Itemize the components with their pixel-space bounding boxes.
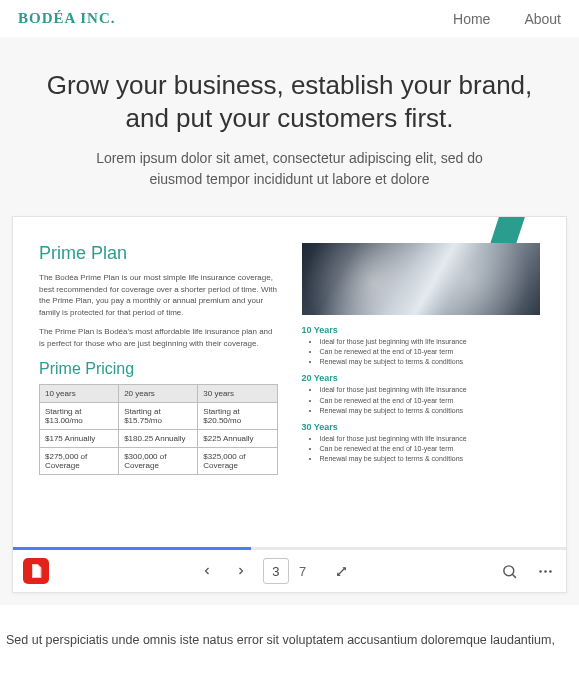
page-body-text: Sed ut perspiciatis unde omnis iste natu… <box>0 605 579 650</box>
doc-left-column: Prime Plan The Bodéa Prime Plan is our m… <box>39 243 278 517</box>
adobe-pdf-icon[interactable] <box>23 558 49 584</box>
term-item: Ideal for those just beginning with life… <box>320 337 541 347</box>
pricing-heading: Prime Pricing <box>39 360 278 378</box>
nav-about[interactable]: About <box>524 11 561 27</box>
svg-line-0 <box>337 567 345 575</box>
svg-line-2 <box>512 574 516 578</box>
plan-paragraph-2: The Prime Plan is Bodéa's most affordabl… <box>39 326 278 349</box>
nav-home[interactable]: Home <box>453 11 490 27</box>
term-heading: 10 Years <box>302 325 541 335</box>
term-block: 30 Years Ideal for those just beginning … <box>302 422 541 464</box>
term-item: Renewal may be subject to terms & condit… <box>320 454 541 464</box>
read-progress <box>13 547 566 550</box>
term-item: Can be renewed at the end of 10-year ter… <box>320 444 541 454</box>
pricing-table: 10 years 20 years 30 years Starting at $… <box>39 384 278 475</box>
next-page-button[interactable] <box>229 559 253 583</box>
pricing-th: 10 years <box>40 384 119 402</box>
term-item: Ideal for those just beginning with life… <box>320 385 541 395</box>
top-bar: BODÉA INC. Home About <box>0 0 579 37</box>
total-pages: 7 <box>299 564 306 579</box>
pdf-viewer: Prime Plan The Bodéa Prime Plan is our m… <box>12 216 567 593</box>
term-heading: 20 Years <box>302 373 541 383</box>
pricing-th: 30 years <box>198 384 277 402</box>
pricing-td: $175 Annually <box>40 429 119 447</box>
pricing-td: $275,000 of Coverage <box>40 447 119 474</box>
page-body: Grow your business, establish your brand… <box>0 37 579 605</box>
pricing-td: $325,000 of Coverage <box>198 447 277 474</box>
plan-photo <box>302 243 541 315</box>
pdf-toolbar: 3 7 <box>13 550 566 592</box>
prev-page-button[interactable] <box>195 559 219 583</box>
top-nav: Home About <box>453 11 561 27</box>
pricing-td: Starting at $20.50/mo <box>198 402 277 429</box>
search-button[interactable] <box>498 560 520 582</box>
svg-point-1 <box>503 565 513 575</box>
svg-point-5 <box>549 570 552 573</box>
table-row: $175 Annually $180.25 Annually $225 Annu… <box>40 429 278 447</box>
term-block: 10 Years Ideal for those just beginning … <box>302 325 541 367</box>
table-row: Starting at $13.00/mo Starting at $15.75… <box>40 402 278 429</box>
term-item: Ideal for those just beginning with life… <box>320 434 541 444</box>
brand-logo: BODÉA INC. <box>18 10 116 27</box>
pricing-td: $180.25 Annually <box>119 429 198 447</box>
svg-point-3 <box>539 570 542 573</box>
fullscreen-button[interactable] <box>330 560 352 582</box>
term-item: Renewal may be subject to terms & condit… <box>320 406 541 416</box>
current-page-input[interactable]: 3 <box>263 558 289 584</box>
pricing-th: 20 years <box>119 384 198 402</box>
term-heading: 30 Years <box>302 422 541 432</box>
doc-right-column: 10 Years Ideal for those just beginning … <box>302 243 541 517</box>
hero-subtitle: Lorem ipsum dolor sit amet, consectetur … <box>72 148 507 190</box>
plan-paragraph-1: The Bodéa Prime Plan is our most simple … <box>39 272 278 318</box>
read-progress-fill <box>13 547 251 550</box>
pricing-td: $300,000 of Coverage <box>119 447 198 474</box>
more-options-button[interactable] <box>534 560 556 582</box>
table-row: $275,000 of Coverage $300,000 of Coverag… <box>40 447 278 474</box>
pricing-td: Starting at $13.00/mo <box>40 402 119 429</box>
hero-title: Grow your business, establish your brand… <box>42 69 537 134</box>
plan-heading: Prime Plan <box>39 243 278 264</box>
term-item: Can be renewed at the end of 10-year ter… <box>320 347 541 357</box>
pricing-td: $225 Annually <box>198 429 277 447</box>
svg-point-4 <box>544 570 547 573</box>
term-item: Can be renewed at the end of 10-year ter… <box>320 396 541 406</box>
term-block: 20 Years Ideal for those just beginning … <box>302 373 541 415</box>
pricing-td: Starting at $15.75/mo <box>119 402 198 429</box>
pdf-document-page[interactable]: Prime Plan The Bodéa Prime Plan is our m… <box>13 217 566 547</box>
term-item: Renewal may be subject to terms & condit… <box>320 357 541 367</box>
